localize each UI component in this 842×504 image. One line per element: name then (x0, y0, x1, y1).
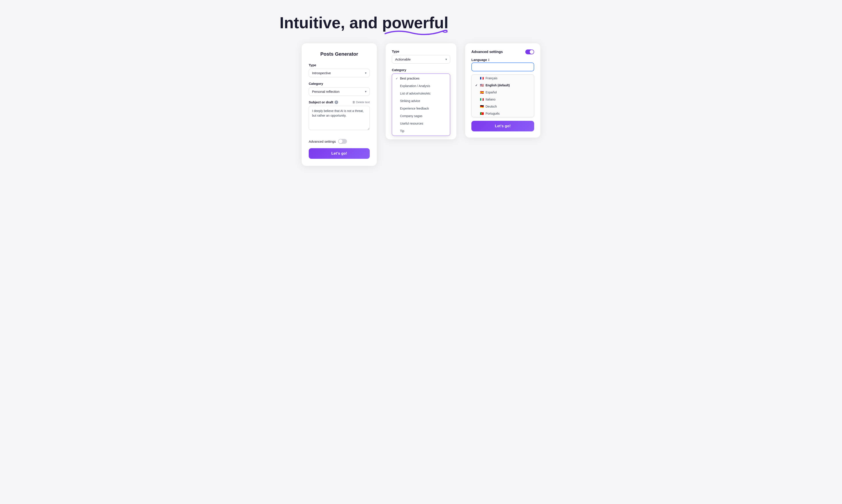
category-item[interactable]: Explanation / Analysis (392, 82, 450, 90)
category-item-label: Explanation / Analysis (400, 84, 430, 88)
category-select[interactable]: Personal reflection (309, 87, 370, 96)
lang-name: Português (486, 112, 500, 115)
lang-flag: 🇺🇸 (480, 84, 484, 87)
category-item-label: Experience feedback (400, 107, 429, 110)
category-item[interactable]: Experience feedback (392, 105, 450, 112)
category-item[interactable]: Striking advice (392, 97, 450, 105)
category-item-label: Tip (400, 129, 404, 133)
underline-decoration (382, 28, 449, 37)
category-select-wrapper: Personal reflection ▼ (309, 87, 370, 96)
advanced-settings-row: Advanced settings (309, 139, 370, 144)
language-label: Language i (471, 58, 534, 61)
category-item[interactable]: Company sagas (392, 112, 450, 120)
type-category-card: Type Actionable ▼ Category ✓Best practic… (386, 43, 456, 139)
card2-type-label: Type (392, 50, 450, 53)
advanced-settings-card: Advanced settings Language i 🇫🇷Français✓… (465, 43, 540, 138)
advanced-toggle[interactable] (525, 50, 534, 54)
lets-go-button[interactable]: Let's go! (309, 148, 370, 159)
category-item-label: List of advice/rules/etc (400, 92, 431, 95)
card2-type-select[interactable]: Actionable (392, 55, 450, 64)
card3-lets-go-button[interactable]: Let's go! (471, 121, 534, 131)
card2-type-wrapper: Actionable ▼ (392, 55, 450, 64)
hero-title-highlight: powerful (382, 13, 449, 32)
language-item[interactable]: 🇮🇹Italiano (472, 96, 534, 103)
category-item-label: Useful resources (400, 122, 423, 125)
lang-check-icon: ✓ (475, 84, 478, 87)
language-search-input[interactable] (471, 62, 534, 71)
category-item[interactable]: Tip (392, 127, 450, 135)
lang-name: English (default) (486, 84, 510, 87)
lang-flag: 🇪🇸 (480, 91, 484, 94)
category-item[interactable]: ✓Best practices (392, 75, 450, 82)
type-label: Type (309, 63, 370, 67)
category-label: Category (309, 82, 370, 86)
type-select[interactable]: Introspective (309, 69, 370, 77)
category-item-label: Company sagas (400, 114, 422, 118)
category-item[interactable]: Useful resources (392, 120, 450, 127)
advanced-settings-label: Advanced settings (309, 140, 336, 143)
subject-info-icon[interactable]: i (335, 101, 338, 104)
lang-name: Deutsch (486, 105, 497, 108)
subject-field: Subject or draft i 🗑 Delete text I deepl… (309, 100, 370, 136)
delete-text-button[interactable]: 🗑 Delete text (352, 101, 370, 104)
language-info-icon[interactable]: i (488, 58, 489, 61)
language-item[interactable]: 🇪🇸Español (472, 89, 534, 96)
language-item[interactable]: ✓🇺🇸English (default) (472, 82, 534, 89)
lang-flag: 🇵🇹 (480, 112, 484, 115)
subject-row: Subject or draft i 🗑 Delete text (309, 100, 370, 104)
hero-title: Intuitive, and powerful (280, 13, 576, 32)
language-dropdown: 🇫🇷Français✓🇺🇸English (default)🇪🇸Español🇮… (471, 74, 534, 117)
lang-name: Español (486, 91, 497, 94)
category-field: Category Personal reflection ▼ (309, 82, 370, 96)
category-item[interactable]: List of advice/rules/etc (392, 90, 450, 97)
subject-label: Subject or draft i (309, 100, 338, 104)
lang-name: Italiano (486, 97, 495, 101)
type-select-wrapper: Introspective ▼ (309, 69, 370, 77)
lang-flag: 🇫🇷 (480, 76, 484, 80)
advanced-settings-toggle[interactable] (338, 139, 347, 144)
language-item[interactable]: 🇵🇹Português (472, 110, 534, 117)
type-field: Type Introspective ▼ (309, 63, 370, 77)
cards-container: Posts Generator Type Introspective ▼ Cat… (266, 43, 576, 166)
trash-icon: 🗑 (352, 101, 355, 104)
card2-category-field: Category ✓Best practicesExplanation / An… (392, 68, 450, 136)
language-item[interactable]: 🇫🇷Français (472, 75, 534, 82)
subject-textarea[interactable]: I deeply believe that AI is not a threat… (309, 106, 370, 130)
hero-title-start: Intuitive, and (280, 14, 382, 32)
check-mark-icon: ✓ (396, 77, 399, 80)
category-dropdown: ✓Best practicesExplanation / AnalysisLis… (392, 74, 450, 136)
posts-generator-card: Posts Generator Type Introspective ▼ Cat… (302, 43, 377, 166)
category-item-label: Best practices (400, 77, 419, 80)
category-list: ✓Best practicesExplanation / AnalysisLis… (392, 74, 450, 136)
advanced-header: Advanced settings (471, 50, 534, 54)
card2-type-field: Type Actionable ▼ (392, 50, 450, 64)
card2-category-label: Category (392, 68, 450, 72)
lang-flag: 🇩🇪 (480, 105, 484, 108)
advanced-title: Advanced settings (471, 50, 503, 54)
lang-flag: 🇮🇹 (480, 97, 484, 101)
card1-title: Posts Generator (309, 51, 370, 57)
lang-name: Français (486, 76, 497, 80)
language-item[interactable]: 🇩🇪Deutsch (472, 103, 534, 110)
category-item-label: Striking advice (400, 99, 420, 103)
